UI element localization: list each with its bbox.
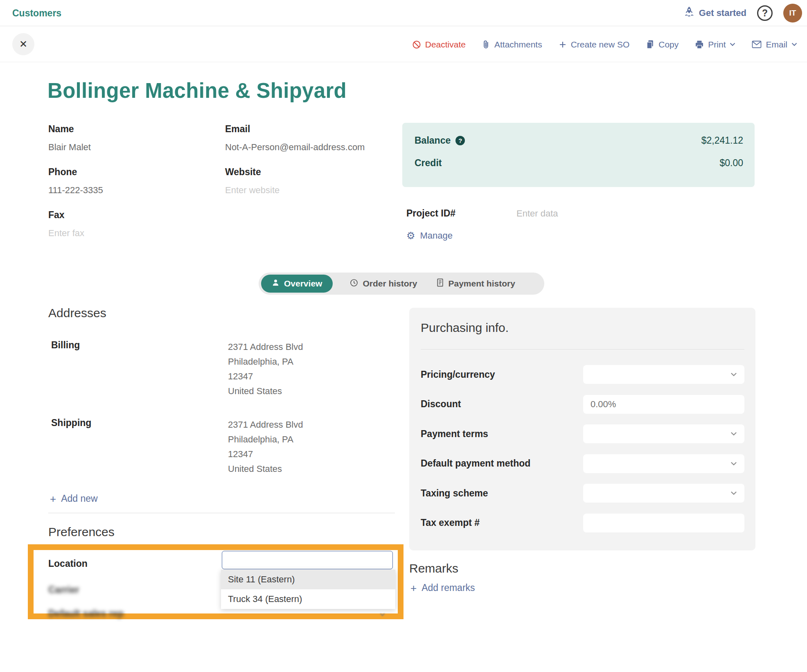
- prohibition-icon: [412, 40, 421, 49]
- tab-bar: Overview Order history Payment history: [259, 273, 544, 295]
- email-label: Email: [225, 124, 397, 135]
- copy-button[interactable]: Copy: [646, 40, 679, 50]
- chevron-down-icon: [730, 432, 737, 436]
- chevron-down-icon: [730, 43, 735, 46]
- name-label: Name: [48, 124, 212, 135]
- default-sales-rep-label: Default sales rep: [48, 608, 124, 619]
- tax-exempt-label: Tax exempt #: [421, 517, 480, 528]
- location-input[interactable]: [222, 551, 393, 569]
- default-payment-method-label: Default payment method: [421, 458, 530, 469]
- tab-order-history[interactable]: Order history: [350, 279, 417, 289]
- location-highlight-box: Location Site 11 (Eastern) Truck 34 (Eas…: [28, 544, 404, 619]
- email-value[interactable]: Not-A-Person@email-address.com: [225, 142, 397, 153]
- fax-field: Fax Enter fax: [48, 210, 212, 239]
- gear-icon: ⚙: [406, 231, 415, 241]
- billing-label: Billing: [51, 340, 80, 351]
- customer-detail-screen: Customers Get started ? IT ✕: [0, 0, 807, 672]
- website-label: Website: [225, 167, 397, 178]
- rocket-icon: [683, 6, 695, 20]
- remarks-heading: Remarks: [409, 562, 458, 575]
- purchasing-heading: Purchasing info.: [421, 321, 509, 335]
- website-input[interactable]: Enter website: [225, 185, 397, 196]
- addresses-heading: Addresses: [48, 306, 106, 320]
- deactivate-button[interactable]: Deactivate: [412, 40, 466, 50]
- dropdown-option-truck-34[interactable]: Truck 34 (Eastern): [221, 589, 395, 609]
- project-id-input[interactable]: Enter data: [516, 208, 558, 219]
- header-bar: Customers Get started ? IT: [0, 0, 807, 26]
- email-button[interactable]: Email: [752, 40, 797, 50]
- location-label: Location: [48, 558, 88, 569]
- record-toolbar: ✕ Deactivate Attachments: [0, 27, 807, 62]
- close-button[interactable]: ✕: [12, 33, 34, 55]
- get-started-link[interactable]: Get started: [683, 6, 746, 20]
- receipt-icon: [437, 278, 444, 289]
- help-icon[interactable]: ?: [757, 5, 773, 21]
- payment-terms-label: Payment terms: [421, 428, 488, 440]
- name-field: Name Blair Malet: [48, 124, 212, 153]
- section-divider: [48, 513, 395, 513]
- avatar[interactable]: IT: [783, 4, 802, 23]
- balance-label: Balance: [415, 135, 451, 146]
- shipping-label: Shipping: [51, 417, 91, 428]
- attachments-button[interactable]: Attachments: [482, 40, 542, 50]
- paperclip-icon: [482, 40, 490, 50]
- payment-terms-select[interactable]: [583, 424, 744, 443]
- dropdown-option-site-11[interactable]: Site 11 (Eastern): [221, 570, 395, 589]
- chevron-down-icon: [380, 611, 385, 618]
- chevron-down-icon: [791, 43, 797, 46]
- page-title: Customers: [12, 0, 61, 26]
- project-id-row: Project ID# Enter data ⚙ Manage: [406, 208, 755, 219]
- add-new-address-button[interactable]: + Add new: [50, 493, 98, 504]
- fax-label: Fax: [48, 210, 212, 221]
- tab-payment-history[interactable]: Payment history: [437, 278, 515, 289]
- customer-name-title: Bollinger Machine & Shipyard: [47, 79, 347, 103]
- plus-icon: [559, 41, 567, 49]
- credit-label: Credit: [415, 158, 442, 169]
- plus-icon: +: [50, 494, 56, 504]
- discount-label: Discount: [421, 399, 461, 410]
- phone-value[interactable]: 111-222-3335: [48, 185, 212, 196]
- discount-input[interactable]: 0.00%: [583, 395, 744, 414]
- purchasing-info-panel: Purchasing info. Pricing/currency Discou…: [409, 308, 755, 550]
- credit-value: $0.00: [719, 158, 743, 169]
- shipping-address: 2371 Address Blvd Philadelphia, PA 12347…: [228, 417, 303, 476]
- taxing-scheme-select[interactable]: [583, 484, 744, 503]
- preferences-heading: Preferences: [48, 525, 115, 539]
- pricing-currency-label: Pricing/currency: [421, 369, 495, 380]
- copy-icon: [646, 40, 654, 49]
- tax-exempt-input[interactable]: [583, 514, 744, 532]
- get-started-label: Get started: [699, 8, 746, 18]
- taxing-scheme-label: Taxing scheme: [421, 488, 488, 499]
- default-payment-method-select[interactable]: [583, 454, 744, 473]
- balance-card: Balance ? $2,241.12 Credit $0.00: [402, 123, 755, 187]
- chevron-down-icon: [730, 491, 737, 495]
- tab-overview[interactable]: Overview: [261, 275, 333, 293]
- close-icon: ✕: [19, 38, 27, 50]
- printer-icon: [695, 40, 704, 49]
- add-remarks-button[interactable]: + Add remarks: [410, 582, 475, 593]
- fax-input[interactable]: Enter fax: [48, 228, 212, 239]
- billing-address: 2371 Address Blvd Philadelphia, PA 12347…: [228, 340, 303, 399]
- chevron-down-icon: [730, 462, 737, 466]
- pricing-currency-select[interactable]: [583, 365, 744, 384]
- panel-divider: [421, 349, 744, 350]
- print-button[interactable]: Print: [695, 40, 735, 50]
- phone-label: Phone: [48, 167, 212, 178]
- balance-value: $2,241.12: [701, 135, 743, 146]
- chevron-down-icon: [730, 372, 737, 377]
- balance-help-icon[interactable]: ?: [455, 136, 465, 145]
- location-dropdown: Site 11 (Eastern) Truck 34 (Eastern): [221, 570, 395, 609]
- phone-field: Phone 111-222-3335: [48, 167, 212, 196]
- project-id-label: Project ID#: [406, 208, 455, 219]
- plus-icon: +: [410, 583, 417, 593]
- envelope-icon: [752, 41, 762, 48]
- person-icon: [272, 279, 280, 289]
- website-field: Website Enter website: [225, 167, 397, 196]
- manage-link[interactable]: ⚙ Manage: [406, 230, 453, 241]
- create-new-so-button[interactable]: Create new SO: [559, 40, 630, 50]
- name-value[interactable]: Blair Malet: [48, 142, 212, 153]
- carrier-label: Carrier: [48, 584, 79, 595]
- clock-icon: [350, 279, 358, 289]
- email-field: Email Not-A-Person@email-address.com: [225, 124, 397, 153]
